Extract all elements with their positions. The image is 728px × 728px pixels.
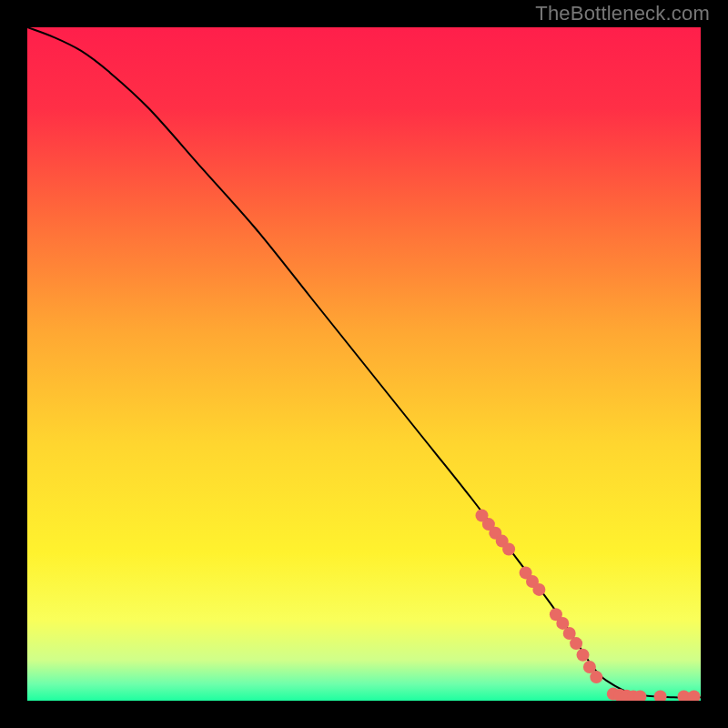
marker-dot	[570, 637, 582, 650]
plot-area	[27, 27, 701, 701]
watermark-text: TheBottleneck.com	[535, 2, 710, 25]
marker-dot	[688, 691, 701, 701]
markers-group	[476, 510, 701, 702]
marker-dot	[654, 691, 667, 701]
curve-layer	[27, 27, 701, 701]
marker-dot	[532, 583, 545, 596]
marker-dot	[502, 543, 515, 556]
curve-path	[27, 27, 701, 698]
chart-frame: TheBottleneck.com	[0, 0, 728, 728]
marker-dot	[590, 671, 602, 683]
marker-dot	[577, 649, 590, 662]
